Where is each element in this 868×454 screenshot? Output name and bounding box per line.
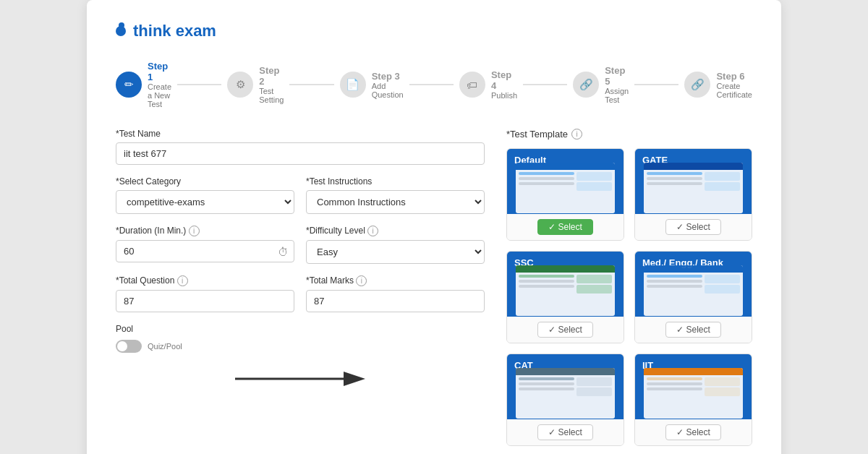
template-footer-med-engg-bank: ✓ Select <box>635 317 752 343</box>
template-footer-default: ✓ Select <box>507 214 624 240</box>
template-mini-iit <box>644 368 743 419</box>
template-mini-ssc <box>516 265 615 316</box>
left-form: *Test Name *Select Category competitive-… <box>116 129 485 454</box>
total-question-group: *Total Question i <box>116 275 294 312</box>
template-preview-gate: GATE <box>635 149 752 214</box>
select-button-ssc[interactable]: ✓ Select <box>537 322 593 338</box>
template-footer-ssc: ✓ Select <box>507 317 624 343</box>
select-button-default[interactable]: ✓ Select <box>537 219 593 235</box>
select-button-gate[interactable]: ✓ Select <box>665 219 721 235</box>
template-mini-default <box>516 163 615 213</box>
step-connector-1 <box>177 84 221 85</box>
duration-info-icon[interactable]: i <box>189 226 200 236</box>
template-footer-cat: ✓ Select <box>507 419 624 445</box>
template-mini-cat <box>516 368 615 419</box>
logo-text: think exam <box>133 22 216 40</box>
difficulty-info-icon[interactable]: i <box>367 226 378 236</box>
select-category-label: *Select Category <box>116 176 294 187</box>
select-button-med-engg-bank[interactable]: ✓ Select <box>665 322 721 338</box>
content-row: *Test Name *Select Category competitive-… <box>116 129 752 454</box>
duration-group: *Duration (In Min.) i ⏱ <box>116 226 294 264</box>
total-marks-group: *Total Marks i <box>306 275 485 312</box>
total-marks-info-icon[interactable]: i <box>356 275 367 286</box>
select-button-cat[interactable]: ✓ Select <box>537 424 593 440</box>
arrow-area <box>116 364 485 422</box>
stepper: ✏ Step 1 Create a New Test ⚙ Step 2 Test… <box>116 61 752 108</box>
step-label-4: Step 4 Publish <box>491 69 517 100</box>
select-button-iit[interactable]: ✓ Select <box>665 424 721 440</box>
duration-input[interactable] <box>116 240 294 262</box>
template-footer-gate: ✓ Select <box>635 214 752 240</box>
clock-icon: ⏱ <box>278 245 289 257</box>
template-card-iit: IIT <box>634 354 752 446</box>
step-item-6[interactable]: 🔗 Step 6 Create Certificate <box>684 71 752 99</box>
select-category-group: *Select Category competitive-exams banki… <box>116 176 294 214</box>
step-label-2: Step 2 Test Setting <box>259 65 284 104</box>
step-circle-4: 🏷 <box>459 72 485 98</box>
select-category-select[interactable]: competitive-exams banking engineering <box>116 190 294 214</box>
main-card: think exam ✏ Step 1 Create a New Test ⚙ … <box>87 0 781 454</box>
template-mini-med <box>644 265 743 316</box>
total-question-info-icon[interactable]: i <box>177 275 188 286</box>
pool-group: Pool Quiz/Pool <box>116 324 485 353</box>
template-preview-default: Default <box>507 149 624 214</box>
template-preview-med-engg-bank: Med./ Engg./ Bank <box>635 252 752 317</box>
step-item-3[interactable]: 📄 Step 3 Add Question <box>340 71 404 99</box>
difficulty-select[interactable]: Easy Medium Hard <box>306 240 485 264</box>
step-item-2[interactable]: ⚙ Step 2 Test Setting <box>227 65 284 104</box>
template-info-icon[interactable]: i <box>571 129 582 140</box>
step-connector-3 <box>409 84 454 85</box>
total-marks-label: *Total Marks i <box>306 275 485 286</box>
step-circle-2: ⚙ <box>227 72 253 98</box>
pool-toggle[interactable] <box>116 340 142 353</box>
template-preview-iit: IIT <box>635 354 752 419</box>
step-label-5: Step 5 Assign Test <box>605 65 629 104</box>
duration-difficulty-row: *Duration (In Min.) i ⏱ *Difficulty Leve… <box>116 226 485 275</box>
step-label-6: Step 6 Create Certificate <box>716 71 752 99</box>
logo-area: think exam <box>116 22 752 40</box>
template-preview-cat: CAT <box>507 354 624 419</box>
template-card-ssc: SSC <box>506 251 624 343</box>
test-name-input[interactable] <box>116 142 485 165</box>
arrow-icon <box>228 364 373 393</box>
template-preview-ssc: SSC <box>507 252 624 317</box>
logo-icon <box>116 26 126 36</box>
template-card-default: Default <box>506 148 624 241</box>
step-circle-5: 🔗 <box>573 72 599 98</box>
mini-left-default <box>519 172 574 191</box>
step-connector-2 <box>289 84 333 85</box>
mini-right-default <box>576 172 612 191</box>
category-instructions-row: *Select Category competitive-exams banki… <box>116 176 485 226</box>
step-label-1: Step 1 Create a New Test <box>148 61 171 108</box>
mini-header-default <box>516 163 615 170</box>
step-connector-4 <box>523 84 567 85</box>
step-item-5[interactable]: 🔗 Step 5 Assign Test <box>573 65 629 104</box>
total-question-label: *Total Question i <box>116 275 294 286</box>
test-instructions-label: *Test Instructions <box>306 176 485 187</box>
total-question-input[interactable] <box>116 290 294 312</box>
svg-marker-1 <box>344 372 365 386</box>
template-card-med-engg-bank: Med./ Engg./ Bank <box>634 251 752 343</box>
step-item-1[interactable]: ✏ Step 1 Create a New Test <box>116 61 171 108</box>
pool-toggle-row: Quiz/Pool <box>116 340 485 353</box>
template-card-gate: GATE <box>634 148 752 241</box>
duration-label: *Duration (In Min.) i <box>116 226 294 236</box>
difficulty-group: *Difficulty Level i Easy Medium Hard <box>306 226 485 264</box>
step-circle-6: 🔗 <box>684 72 710 98</box>
difficulty-label: *Difficulty Level i <box>306 226 485 236</box>
questions-marks-row: *Total Question i *Total Marks i <box>116 275 485 324</box>
test-instructions-select[interactable]: Common Instructions Custom Instructions <box>306 190 485 214</box>
template-mini-gate <box>644 163 743 213</box>
pool-toggle-text: Quiz/Pool <box>148 342 182 351</box>
duration-input-wrapper: ⏱ <box>116 240 294 262</box>
pool-label: Pool <box>116 324 485 334</box>
template-card-cat: CAT <box>506 354 624 446</box>
test-name-label: *Test Name <box>116 129 485 139</box>
step-circle-1: ✏ <box>116 72 142 98</box>
test-name-group: *Test Name <box>116 129 485 165</box>
total-marks-input[interactable] <box>306 290 485 312</box>
step-item-4[interactable]: 🏷 Step 4 Publish <box>459 69 517 100</box>
step-label-3: Step 3 Add Question <box>372 71 404 99</box>
right-templates: *Test Template i Default <box>506 129 752 454</box>
test-instructions-group: *Test Instructions Common Instructions C… <box>306 176 485 214</box>
